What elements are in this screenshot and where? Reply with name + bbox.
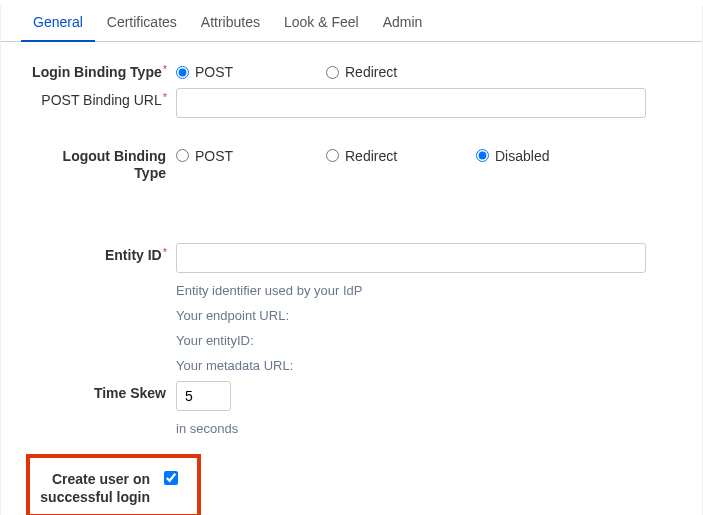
logout-binding-type-group: POST Redirect Disabled — [176, 144, 672, 164]
radio-label: Disabled — [495, 148, 549, 164]
create-user-checkbox[interactable] — [164, 471, 178, 485]
post-binding-url-input[interactable] — [176, 88, 646, 118]
logout-binding-redirect-radio[interactable] — [326, 149, 339, 162]
help-your-entity-id: Your entityID: — [176, 333, 672, 348]
general-form: Login Binding Type* POST Redirect PO — [1, 42, 702, 515]
entity-id-input[interactable] — [176, 243, 646, 273]
logout-binding-post[interactable]: POST — [176, 148, 326, 164]
radio-label: POST — [195, 148, 233, 164]
login-binding-post-radio[interactable] — [176, 66, 189, 79]
logout-binding-disabled[interactable]: Disabled — [476, 148, 626, 164]
logout-binding-redirect[interactable]: Redirect — [326, 148, 476, 164]
label-login-binding-type: Login Binding Type* — [31, 60, 176, 82]
tab-certificates[interactable]: Certificates — [95, 6, 189, 42]
tab-general[interactable]: General — [21, 6, 95, 42]
tab-lookfeel[interactable]: Look & Feel — [272, 6, 371, 42]
help-metadata-url: Your metadata URL: — [176, 358, 672, 373]
logout-binding-post-radio[interactable] — [176, 149, 189, 162]
radio-label: Redirect — [345, 148, 397, 164]
label-logout-binding-type: Logout Binding Type — [31, 144, 176, 183]
label-create-user: Create user on successful login — [36, 466, 160, 506]
login-binding-redirect[interactable]: Redirect — [326, 64, 476, 80]
help-in-seconds: in seconds — [176, 421, 672, 436]
login-binding-redirect-radio[interactable] — [326, 66, 339, 79]
label-time-skew: Time Skew — [31, 381, 176, 403]
help-entity-identifier: Entity identifier used by your IdP — [176, 283, 672, 298]
radio-label: Redirect — [345, 64, 397, 80]
label-post-binding-url: POST Binding URL* — [31, 88, 176, 110]
settings-panel: General Certificates Attributes Look & F… — [0, 6, 703, 515]
login-binding-post[interactable]: POST — [176, 64, 326, 80]
required-marker: * — [163, 91, 167, 103]
tab-bar: General Certificates Attributes Look & F… — [1, 6, 702, 42]
tab-admin[interactable]: Admin — [371, 6, 435, 42]
login-binding-type-group: POST Redirect — [176, 60, 672, 80]
label-entity-id: Entity ID* — [31, 243, 176, 265]
create-user-highlight: Create user on successful login — [26, 454, 201, 516]
radio-label: POST — [195, 64, 233, 80]
required-marker: * — [163, 63, 167, 75]
tab-attributes[interactable]: Attributes — [189, 6, 272, 42]
required-marker: * — [163, 246, 167, 258]
logout-binding-disabled-radio[interactable] — [476, 149, 489, 162]
help-endpoint-url: Your endpoint URL: — [176, 308, 672, 323]
time-skew-input[interactable] — [176, 381, 231, 411]
